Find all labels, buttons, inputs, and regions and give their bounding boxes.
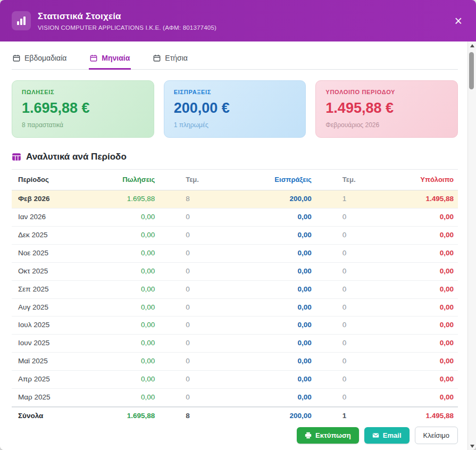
cell-sales: 0,00 — [94, 209, 159, 227]
cell-collections: 0,00 — [228, 371, 316, 389]
cell-collections: 0,00 — [228, 227, 316, 245]
tab-yearly[interactable]: Ετήσια — [152, 48, 189, 70]
col-header-sales: Πωλήσεις — [94, 170, 159, 190]
table-row: Ιουν 20250,0000,0000,00 — [12, 335, 458, 353]
table-row: Δεκ 20250,0000,0000,00 — [12, 227, 458, 245]
collections-card-title: ΕΙΣΠΡΑΞΕΙΣ — [174, 89, 296, 95]
cell-period: Νοε 2025 — [12, 244, 94, 262]
cell-collections_qty: 0 — [316, 335, 385, 353]
stats-table: Περίοδος Πωλήσεις Τεμ. Εισπράξεις Τεμ. Υ… — [12, 169, 458, 423]
cell-sales: 0,00 — [94, 371, 159, 389]
sales-card-value: 1.695,88 € — [22, 100, 144, 116]
cell-sales_qty: 0 — [159, 388, 228, 406]
scrollbar-thumb[interactable] — [469, 52, 474, 89]
email-button[interactable]: Email — [364, 427, 410, 444]
cell-sales: 0,00 — [94, 388, 159, 406]
envelope-icon — [372, 432, 379, 439]
cell-sales_qty: 0 — [159, 298, 228, 316]
calendar-icon — [13, 54, 20, 62]
cell-sales: 0,00 — [94, 298, 159, 316]
cell-collections_qty: 1 — [316, 190, 385, 209]
cell-collections: 0,00 — [228, 353, 316, 371]
cell-sales: 0,00 — [94, 280, 159, 298]
cell-period: Μαϊ 2025 — [12, 353, 94, 371]
cell-collections: 0,00 — [228, 280, 316, 298]
cell-sales_qty: 0 — [159, 227, 228, 245]
cell-collections: 0,00 — [228, 316, 316, 335]
modal-footer: Εκτύπωση Email Κλείσιμο — [0, 423, 476, 450]
scrollbar-track[interactable] — [468, 49, 476, 442]
totals-row: Σύνολα1.695,888200,0011.495,88 — [12, 407, 458, 423]
close-icon[interactable]: × — [452, 14, 464, 28]
cell-collections: 0,00 — [228, 244, 316, 262]
cell-sales_qty: 0 — [159, 209, 228, 227]
bar-chart-icon — [12, 11, 31, 30]
cell-sales: 0,00 — [94, 335, 159, 353]
cell-collections_qty: 0 — [316, 371, 385, 389]
cell-balance: 0,00 — [385, 353, 458, 371]
balance-card: ΥΠΟΛΟΙΠΟ ΠΕΡΙΟΔΟΥ 1.495,88 € Φεβρουάριος… — [315, 80, 458, 138]
cell-collections: 0,00 — [228, 262, 316, 280]
print-button[interactable]: Εκτύπωση — [297, 427, 359, 444]
close-button[interactable]: Κλείσιμο — [415, 427, 458, 444]
cell-balance: 0,00 — [385, 262, 458, 280]
cell-sales_qty: 0 — [159, 262, 228, 280]
cell-collections_qty: 0 — [316, 244, 385, 262]
table-row: Απρ 20250,0000,0000,00 — [12, 371, 458, 389]
table-row: Ιουλ 20250,0000,0000,00 — [12, 316, 458, 335]
cell-sales_qty: 8 — [159, 190, 228, 209]
col-header-collections: Εισπράξεις — [228, 170, 316, 190]
scroll-down-button[interactable] — [468, 442, 476, 450]
scroll-up-button[interactable] — [468, 41, 476, 49]
col-header-balance: Υπόλοιπο — [385, 170, 458, 190]
cell-sales_qty: 0 — [159, 280, 228, 298]
cell-balance: 0,00 — [385, 244, 458, 262]
tab-weekly[interactable]: Εβδομαδιαία — [12, 48, 68, 70]
cell-period: Απρ 2025 — [12, 371, 94, 389]
tabs: Εβδομαδιαία Μηνιαία Ετήσια — [12, 41, 458, 70]
cell-sales_qty: 0 — [159, 371, 228, 389]
balance-card-value: 1.495,88 € — [325, 100, 448, 116]
modal-body: Εβδομαδιαία Μηνιαία Ετήσια — [0, 41, 476, 423]
calendar-icon — [153, 54, 161, 62]
tab-monthly[interactable]: Μηνιαία — [89, 48, 131, 70]
cell-balance: 0,00 — [385, 298, 458, 316]
col-header-sales-qty: Τεμ. — [159, 170, 228, 190]
sales-card-subtitle: 8 παραστατικά — [22, 121, 144, 129]
cell-balance: 1.495,88 — [385, 190, 458, 209]
cell-sales_qty: 0 — [159, 335, 228, 353]
scrollbar[interactable] — [467, 41, 476, 450]
modal-header: Στατιστικά Στοιχεία VISION COMPUTER APPL… — [0, 0, 476, 41]
scroll-down-arrow-icon — [470, 445, 474, 448]
tab-label: Ετήσια — [165, 54, 188, 62]
sales-card-title: ΠΩΛΗΣΕΙΣ — [22, 89, 144, 95]
summary-cards: ΠΩΛΗΣΕΙΣ 1.695,88 € 8 παραστατικά ΕΙΣΠΡΑ… — [12, 80, 458, 138]
section-head: Αναλυτικά ανά Περίοδο — [12, 152, 458, 162]
cell-sales: 0,00 — [94, 262, 159, 280]
cell-collections_qty: 0 — [316, 388, 385, 406]
statistics-modal: Στατιστικά Στοιχεία VISION COMPUTER APPL… — [0, 0, 476, 450]
cell-balance: 0,00 — [385, 335, 458, 353]
table-row: Νοε 20250,0000,0000,00 — [12, 244, 458, 262]
table-row: Μαϊ 20250,0000,0000,00 — [12, 353, 458, 371]
cell-sales: 0,00 — [94, 353, 159, 371]
table-row: Αυγ 20250,0000,0000,00 — [12, 298, 458, 316]
cell-period: Ιαν 2026 — [12, 209, 94, 227]
cell-period: Δεκ 2025 — [12, 227, 94, 245]
cell-collections_qty: 0 — [316, 353, 385, 371]
table-icon — [12, 152, 21, 162]
cell-balance: 1.495,88 — [385, 407, 458, 423]
cell-sales: 1.695,88 — [94, 407, 159, 423]
cell-sales_qty: 8 — [159, 407, 228, 423]
cell-period: Σύνολα — [12, 407, 94, 423]
collections-card-subtitle: 1 πληρωμές — [174, 121, 296, 129]
cell-balance: 0,00 — [385, 227, 458, 245]
cell-balance: 0,00 — [385, 280, 458, 298]
cell-collections_qty: 0 — [316, 316, 385, 335]
cell-collections: 0,00 — [228, 335, 316, 353]
table-row: Ιαν 20260,0000,0000,00 — [12, 209, 458, 227]
table-row: Φεβ 20261.695,888200,0011.495,88 — [12, 190, 458, 209]
cell-sales: 0,00 — [94, 244, 159, 262]
cell-collections_qty: 0 — [316, 227, 385, 245]
table-row: Οκτ 20250,0000,0000,00 — [12, 262, 458, 280]
